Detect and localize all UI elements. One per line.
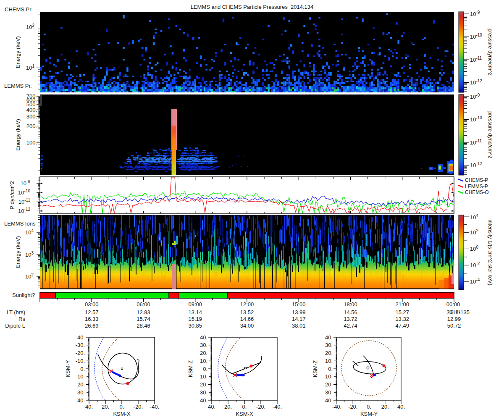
svg-text:10.: 10. xyxy=(325,358,333,364)
svg-text:0.: 0. xyxy=(242,404,247,410)
svg-text:-40.: -40. xyxy=(76,334,85,341)
svg-text:13.99: 13.99 xyxy=(292,309,306,315)
svg-text:-40.: -40. xyxy=(150,404,159,410)
svg-text:2014-135: 2014-135 xyxy=(446,309,470,315)
svg-text:-20.: -20. xyxy=(134,404,143,410)
svg-text:10.: 10. xyxy=(77,373,85,380)
svg-text:40.: 40. xyxy=(208,404,215,410)
svg-text:26.69: 26.69 xyxy=(85,323,99,329)
svg-text:KSM-Y: KSM-Y xyxy=(360,411,378,417)
svg-text:40.: 40. xyxy=(85,404,93,410)
svg-text:20.: 20. xyxy=(200,350,207,356)
svg-text:13.52: 13.52 xyxy=(240,309,254,315)
svg-text:06:00: 06:00 xyxy=(136,301,150,307)
svg-text:-10.: -10. xyxy=(76,358,85,364)
svg-text:30.: 30. xyxy=(325,342,333,348)
svg-text:Sunlight?: Sunlight? xyxy=(12,292,35,298)
svg-text:-40.: -40. xyxy=(332,404,341,410)
svg-text:15.19: 15.19 xyxy=(188,316,202,322)
svg-text:LEMMS Ions: LEMMS Ions xyxy=(4,220,36,227)
svg-text:-20.: -20. xyxy=(76,350,85,356)
svg-text:18:00: 18:00 xyxy=(344,301,357,307)
svg-text:38.01: 38.01 xyxy=(292,323,306,329)
svg-text:KSM-X: KSM-X xyxy=(113,411,131,417)
svg-text:0.: 0. xyxy=(328,366,333,372)
svg-text:CHEMS Pr.: CHEMS Pr. xyxy=(5,6,32,13)
svg-text:Energy (keV): Energy (keV) xyxy=(15,36,21,68)
svg-text:47.49: 47.49 xyxy=(395,323,409,329)
svg-text:pressure dyne/cm^2: pressure dyne/cm^2 xyxy=(487,29,493,76)
svg-text:12:00: 12:00 xyxy=(240,301,254,307)
svg-text:KSM-Z: KSM-Z xyxy=(187,360,194,378)
svg-text:pressure dyne/cm^2: pressure dyne/cm^2 xyxy=(487,111,493,158)
svg-text:30.: 30. xyxy=(77,389,85,396)
svg-text:42.74: 42.74 xyxy=(344,323,357,329)
svg-text:20.: 20. xyxy=(224,404,232,410)
svg-text:30.85: 30.85 xyxy=(188,323,202,329)
svg-text:-30.: -30. xyxy=(198,389,207,396)
svg-text:16.33: 16.33 xyxy=(85,316,99,322)
svg-text:14.17: 14.17 xyxy=(292,316,306,322)
svg-text:40.: 40. xyxy=(200,334,207,341)
svg-text:-30.: -30. xyxy=(76,342,85,348)
svg-text:13.32: 13.32 xyxy=(395,316,409,322)
svg-text:09:00: 09:00 xyxy=(188,301,202,307)
svg-text:20.: 20. xyxy=(325,350,333,356)
svg-text:34.00: 34.00 xyxy=(240,323,254,329)
svg-text:Energy (keV): Energy (keV) xyxy=(15,236,21,268)
svg-text:14.66: 14.66 xyxy=(240,316,254,322)
svg-text:14.56: 14.56 xyxy=(344,309,357,315)
svg-text:KSM-Z: KSM-Z xyxy=(312,360,318,378)
svg-text:0.: 0. xyxy=(120,404,124,410)
svg-text:700.: 700. xyxy=(26,93,37,100)
svg-text:200.: 200. xyxy=(26,123,37,129)
svg-text:13.72: 13.72 xyxy=(344,316,357,322)
svg-text:Rs: Rs xyxy=(18,316,25,322)
svg-text:300.: 300. xyxy=(26,113,37,120)
svg-text:KSM-Y: KSM-Y xyxy=(65,360,71,378)
svg-text:CHEMS-P: CHEMS-P xyxy=(465,177,488,183)
svg-text:P dyn/cm^2: P dyn/cm^2 xyxy=(9,181,15,209)
svg-text:0.: 0. xyxy=(203,366,207,372)
svg-text:LEMMS and CHEMS Particle Press: LEMMS and CHEMS Particle Pressures 2014:… xyxy=(191,4,314,10)
svg-text:-10.: -10. xyxy=(198,373,207,380)
svg-text:12.57: 12.57 xyxy=(85,309,99,315)
svg-text:-30.: -30. xyxy=(323,389,333,396)
svg-text:CHEMS-O: CHEMS-O xyxy=(465,189,489,195)
svg-text:-40.: -40. xyxy=(273,404,282,410)
svg-text:30.: 30. xyxy=(200,342,207,348)
svg-text:intensity 1/(s cm^2 ster keV): intensity 1/(s cm^2 ster keV) xyxy=(487,220,493,286)
svg-text:Energy (keV): Energy (keV) xyxy=(15,119,21,151)
svg-text:40.: 40. xyxy=(77,397,85,404)
svg-text:-20.: -20. xyxy=(198,381,207,388)
svg-text:LEMMS Pr.: LEMMS Pr. xyxy=(4,83,32,89)
svg-text:-10.: -10. xyxy=(323,373,333,380)
svg-text:15.74: 15.74 xyxy=(136,316,150,322)
svg-text:100.: 100. xyxy=(26,139,37,146)
svg-text:-20.: -20. xyxy=(323,381,333,388)
svg-text:10.: 10. xyxy=(200,358,207,364)
svg-text:KSM-X: KSM-X xyxy=(236,411,253,417)
svg-text:20.: 20. xyxy=(77,381,85,388)
svg-text:0.: 0. xyxy=(367,404,371,410)
svg-text:0.: 0. xyxy=(80,366,85,372)
svg-text:15:00: 15:00 xyxy=(292,301,306,307)
svg-text:50.72: 50.72 xyxy=(447,323,461,329)
svg-text:LEMMS-P: LEMMS-P xyxy=(465,184,488,189)
svg-text:12.83: 12.83 xyxy=(136,309,150,315)
svg-text:12.99: 12.99 xyxy=(447,316,461,322)
svg-text:-20.: -20. xyxy=(348,404,357,410)
svg-text:03:00: 03:00 xyxy=(85,301,99,307)
svg-text:28.46: 28.46 xyxy=(136,323,150,329)
svg-text:-20.: -20. xyxy=(256,404,265,410)
svg-text:20.: 20. xyxy=(381,404,389,410)
svg-text:-40.: -40. xyxy=(323,397,333,404)
svg-text:13.14: 13.14 xyxy=(188,309,202,315)
svg-text:Dipole L: Dipole L xyxy=(5,323,25,329)
svg-text:15.27: 15.27 xyxy=(395,309,409,315)
svg-text:21:00: 21:00 xyxy=(395,301,409,307)
svg-text:40.: 40. xyxy=(325,334,333,341)
svg-text:00:00: 00:00 xyxy=(446,301,460,307)
svg-text:-40.: -40. xyxy=(198,397,207,404)
svg-text:20.: 20. xyxy=(102,404,109,410)
